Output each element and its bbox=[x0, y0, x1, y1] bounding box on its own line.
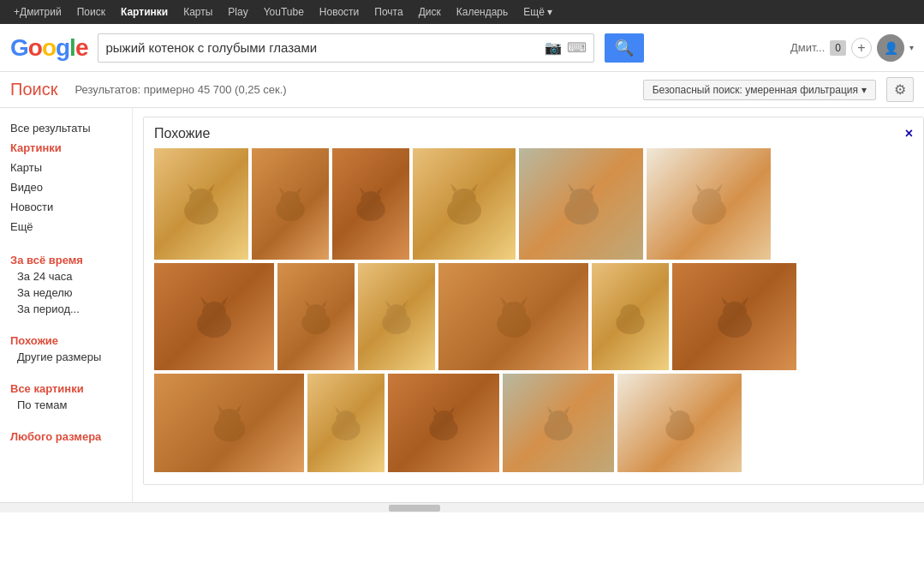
results-text: Результатов: примерно 45 700 (0,25 сек.) bbox=[75, 83, 286, 96]
sidebar-similar-header[interactable]: Похожие bbox=[10, 331, 132, 349]
nav-item-search[interactable]: Поиск bbox=[70, 3, 112, 21]
image-item[interactable] bbox=[647, 148, 771, 260]
sidebar-item-maps[interactable]: Карты bbox=[10, 158, 132, 177]
image-item[interactable] bbox=[332, 148, 409, 260]
search-button[interactable]: 🔍 bbox=[605, 33, 644, 63]
nav-item-calendar[interactable]: Календарь bbox=[450, 3, 516, 21]
account-chevron-icon[interactable]: ▾ bbox=[909, 43, 914, 52]
svg-marker-27 bbox=[221, 296, 228, 305]
svg-point-17 bbox=[569, 189, 593, 209]
sidebar-by-theme[interactable]: По темам bbox=[10, 397, 132, 413]
svg-marker-55 bbox=[432, 406, 438, 413]
sidebar-item-images[interactable]: Картинки bbox=[10, 138, 132, 158]
sidebar-item-more[interactable]: Ещё bbox=[10, 217, 132, 237]
nav-item-mail[interactable]: Почта bbox=[367, 3, 409, 21]
image-item[interactable] bbox=[388, 374, 499, 472]
image-item[interactable] bbox=[154, 374, 304, 472]
svg-marker-45 bbox=[742, 296, 748, 305]
sidebar-other-sizes[interactable]: Другие размеры bbox=[10, 349, 132, 365]
svg-marker-15 bbox=[471, 183, 478, 192]
search-label: Поиск bbox=[10, 80, 57, 99]
sidebar-time-header[interactable]: За всё время bbox=[10, 250, 132, 268]
svg-marker-26 bbox=[200, 296, 207, 305]
svg-marker-63 bbox=[668, 406, 674, 413]
safe-search-button[interactable]: Безопасный поиск: умеренная фильтрация ▾ bbox=[643, 80, 876, 100]
image-item[interactable] bbox=[672, 263, 796, 370]
search-icon: 🔍 bbox=[615, 39, 634, 57]
image-item[interactable] bbox=[358, 263, 435, 370]
image-item[interactable] bbox=[413, 148, 516, 260]
sidebar-size-header[interactable]: Любого размера bbox=[10, 427, 132, 445]
svg-marker-11 bbox=[377, 187, 383, 194]
svg-marker-2 bbox=[188, 183, 194, 192]
plus-button[interactable]: + bbox=[851, 38, 872, 58]
image-item[interactable] bbox=[519, 148, 643, 260]
settings-icon: ⚙ bbox=[894, 82, 906, 97]
svg-point-37 bbox=[502, 302, 526, 322]
settings-button[interactable]: ⚙ bbox=[886, 77, 914, 102]
image-item[interactable] bbox=[307, 374, 385, 472]
svg-point-54 bbox=[433, 410, 453, 428]
image-item[interactable] bbox=[503, 374, 614, 472]
svg-point-33 bbox=[386, 304, 406, 321]
svg-marker-34 bbox=[385, 300, 391, 307]
nav-item-youtube[interactable]: YouTube bbox=[257, 3, 311, 21]
svg-point-51 bbox=[336, 410, 355, 428]
google-logo[interactable]: Google bbox=[10, 34, 87, 62]
keyboard-icon[interactable]: ⌨ bbox=[567, 39, 587, 56]
sidebar-item-video[interactable]: Видео bbox=[10, 177, 132, 197]
similar-title: Похожие bbox=[154, 126, 913, 141]
similar-close-button[interactable]: × bbox=[905, 126, 913, 141]
svg-marker-19 bbox=[588, 183, 595, 192]
sidebar-week[interactable]: За неделю bbox=[10, 284, 132, 301]
avatar[interactable]: 👤 bbox=[877, 34, 904, 62]
nav-item-disk[interactable]: Диск bbox=[412, 3, 448, 21]
nav-item-more[interactable]: Ещё ▾ bbox=[516, 3, 559, 21]
nav-item-play[interactable]: Play bbox=[221, 3, 254, 21]
sidebar-period[interactable]: За период... bbox=[10, 301, 132, 317]
header-right: Дмит... 0 + 👤 ▾ bbox=[790, 34, 914, 62]
sidebar-24h[interactable]: За 24 часа bbox=[10, 268, 132, 284]
image-item[interactable] bbox=[592, 263, 669, 370]
image-item[interactable] bbox=[438, 263, 588, 370]
svg-marker-31 bbox=[322, 300, 328, 307]
nav-item-news[interactable]: Новости bbox=[313, 3, 366, 21]
image-item[interactable] bbox=[154, 148, 248, 260]
svg-marker-35 bbox=[402, 300, 408, 307]
svg-point-25 bbox=[202, 302, 226, 322]
image-item[interactable] bbox=[617, 374, 742, 472]
nav-item-images[interactable]: Картинки bbox=[114, 3, 175, 21]
camera-icon[interactable]: 📷 bbox=[545, 39, 562, 56]
svg-point-21 bbox=[697, 189, 721, 209]
sidebar-section-similar: Похожие Другие размеры bbox=[10, 331, 132, 365]
image-item[interactable] bbox=[154, 263, 274, 370]
svg-point-41 bbox=[620, 304, 640, 321]
nav-item-dmitry[interactable]: +Дмитрий bbox=[7, 3, 69, 21]
user-name[interactable]: Дмит... bbox=[790, 41, 825, 54]
sidebar-item-news[interactable]: Новости bbox=[10, 197, 132, 217]
nav-item-maps[interactable]: Карты bbox=[176, 3, 219, 21]
image-item[interactable] bbox=[277, 263, 355, 370]
main-content: Все результаты Картинки Карты Видео Ново… bbox=[0, 108, 924, 502]
svg-point-47 bbox=[218, 409, 241, 428]
svg-marker-22 bbox=[695, 183, 702, 192]
search-input[interactable] bbox=[105, 40, 539, 55]
sidebar-all-images-header[interactable]: Все картинки bbox=[10, 379, 132, 397]
horizontal-scrollbar[interactable] bbox=[0, 502, 924, 512]
svg-point-29 bbox=[306, 304, 325, 321]
header: Google 📷 ⌨ 🔍 Дмит... 0 + 👤 ▾ bbox=[0, 24, 924, 72]
similar-box: Похожие × bbox=[143, 117, 924, 485]
image-item[interactable] bbox=[252, 148, 329, 260]
svg-point-43 bbox=[723, 302, 747, 322]
svg-point-62 bbox=[670, 410, 689, 428]
scroll-thumb[interactable] bbox=[389, 505, 440, 512]
svg-marker-6 bbox=[279, 187, 285, 194]
svg-point-5 bbox=[280, 191, 300, 208]
user-badge[interactable]: 0 bbox=[830, 40, 846, 56]
svg-marker-60 bbox=[564, 406, 570, 413]
content-area: Похожие × bbox=[133, 108, 924, 502]
svg-marker-18 bbox=[568, 183, 575, 192]
svg-point-58 bbox=[548, 410, 568, 428]
sidebar-item-all[interactable]: Все результаты bbox=[10, 118, 132, 138]
svg-marker-39 bbox=[521, 296, 528, 305]
